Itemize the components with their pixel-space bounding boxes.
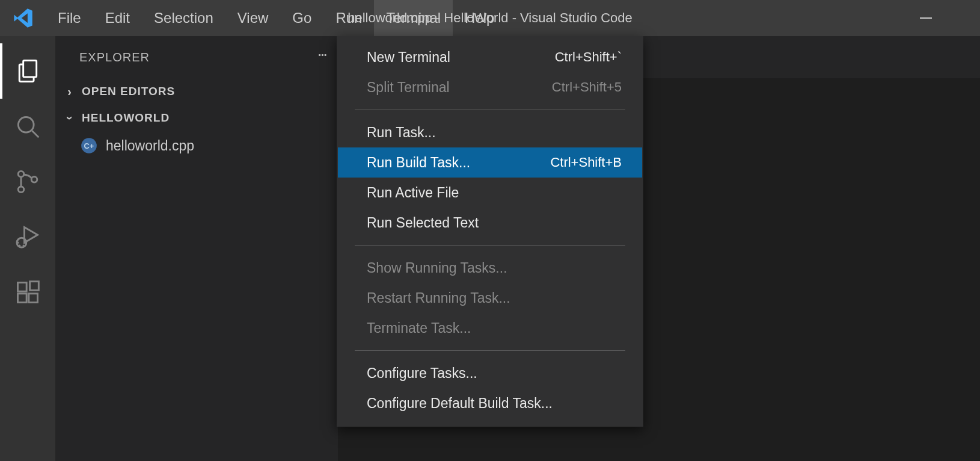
menu-separator [355, 110, 625, 110]
svg-line-11 [19, 245, 20, 246]
menu-edit[interactable]: Edit [93, 0, 142, 36]
section-label: HELLOWORLD [82, 111, 170, 125]
menu-item: Show Running Tasks... [338, 253, 642, 283]
extensions-icon[interactable] [0, 265, 55, 320]
svg-rect-16 [30, 282, 39, 291]
svg-point-4 [18, 171, 24, 177]
menu-item[interactable]: New TerminalCtrl+Shift+` [338, 42, 642, 72]
menu-item-shortcut: Ctrl+Shift+B [550, 155, 622, 170]
search-icon[interactable] [0, 99, 55, 154]
titlebar: FileEditSelectionViewGoRunTerminalHelp h… [0, 0, 980, 36]
section-label: OPEN EDITORS [82, 85, 175, 98]
menu-item-label: Configure Tasks... [367, 365, 477, 382]
menu-item[interactable]: Run Selected Text [338, 208, 642, 238]
svg-rect-15 [29, 294, 38, 303]
menu-item-label: New Terminal [367, 49, 450, 66]
menu-item: Terminate Task... [338, 313, 642, 343]
svg-rect-1 [23, 61, 37, 77]
terminal-menu-dropdown: New TerminalCtrl+Shift+`Split TerminalCt… [337, 36, 643, 427]
debug-icon[interactable] [0, 209, 55, 265]
svg-point-6 [31, 177, 37, 183]
menu-view[interactable]: View [225, 0, 281, 36]
menu-item-shortcut: Ctrl+Shift+5 [552, 79, 622, 95]
chevron-down-icon: › [63, 112, 77, 124]
menu-item: Split TerminalCtrl+Shift+5 [338, 72, 642, 102]
menu-item-label: Run Selected Text [367, 215, 479, 231]
svg-text:C+: C+ [84, 141, 94, 150]
file-name: helloworld.cpp [106, 138, 194, 154]
menu-item-label: Restart Running Task... [367, 290, 510, 306]
menu-item-label: Run Task... [367, 125, 436, 141]
menu-item-shortcut: Ctrl+Shift+` [555, 49, 622, 65]
menu-item[interactable]: Run Build Task...Ctrl+Shift+B [338, 147, 642, 178]
sidebar-title: EXPLORER [79, 51, 150, 64]
minimize-button[interactable] [908, 0, 944, 36]
svg-line-3 [32, 131, 38, 137]
menu-item[interactable]: Configure Tasks... [338, 358, 642, 388]
menu-item-label: Show Running Tasks... [367, 260, 507, 276]
menu-item[interactable]: Configure Default Build Task... [338, 388, 642, 418]
chevron-right-icon: › [64, 85, 76, 99]
sidebar-more-icon[interactable]: ··· [317, 54, 326, 60]
file-tree: C+ helloworld.cpp [55, 131, 338, 159]
sidebar-section-workspace[interactable]: › HELLOWORLD [55, 105, 338, 131]
menu-go[interactable]: Go [280, 0, 323, 36]
menu-item[interactable]: Run Task... [338, 117, 642, 147]
vscode-logo-icon [0, 7, 46, 29]
cpp-file-icon: C+ [81, 137, 97, 154]
menu-item-label: Configure Default Build Task... [367, 395, 553, 412]
svg-rect-0 [920, 17, 932, 19]
svg-point-2 [18, 117, 34, 132]
file-tree-item[interactable]: C+ helloworld.cpp [55, 132, 338, 159]
menu-item-label: Run Build Task... [367, 155, 470, 171]
sidebar-title-row: EXPLORER ··· [55, 36, 338, 78]
menu-item-label: Split Terminal [367, 79, 450, 96]
menu-item[interactable]: Run Active File [338, 178, 642, 208]
scm-icon[interactable] [0, 154, 55, 209]
explorer-sidebar: EXPLORER ··· › OPEN EDITORS › HELLOWORLD… [55, 36, 338, 461]
menu-item-label: Run Active File [367, 185, 459, 201]
menu-separator [355, 245, 625, 246]
menu-item: Restart Running Task... [338, 283, 642, 313]
menu-file[interactable]: File [46, 0, 93, 36]
menu-separator [355, 350, 625, 351]
svg-point-5 [18, 187, 24, 193]
activity-bar [0, 36, 55, 461]
svg-line-12 [23, 245, 24, 246]
window-title: helloworld.cpp - HelloWorld - Visual Stu… [348, 0, 632, 36]
svg-rect-14 [18, 294, 27, 303]
menu-item-label: Terminate Task... [367, 320, 471, 336]
menu-selection[interactable]: Selection [142, 0, 225, 36]
sidebar-section-open-editors[interactable]: › OPEN EDITORS [55, 78, 338, 105]
explorer-icon[interactable] [0, 43, 55, 99]
svg-rect-13 [18, 283, 27, 292]
